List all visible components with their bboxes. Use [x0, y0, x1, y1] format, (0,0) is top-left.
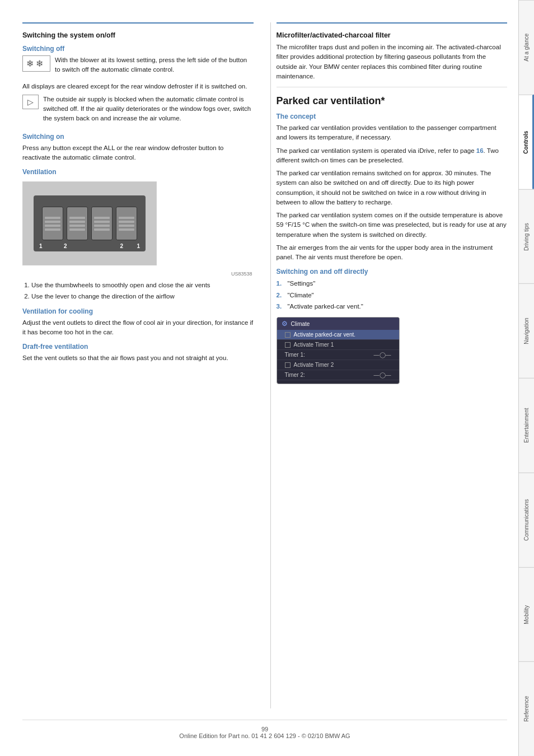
switching-directly-list: "Settings" "Climate" "Activate parked-ca… [277, 278, 508, 311]
section-divider [277, 87, 508, 87]
tab-reference[interactable]: Reference [519, 661, 534, 756]
page-ref-link[interactable]: 16 [476, 147, 484, 154]
climate-title-text: Climate [291, 321, 310, 327]
step-2: "Climate" [277, 290, 508, 300]
climate-titlebar: ⚙ Climate [277, 318, 399, 330]
checkbox-4[interactable] [285, 362, 291, 368]
fan-button-icon: ❄ ❄ [22, 55, 50, 72]
vent-label-2-left: 2 [64, 243, 67, 249]
ventilation-cooling-heading: Ventilation for cooling [22, 307, 254, 315]
checkbox-1[interactable] [285, 332, 291, 338]
microfilter-text: The microfilter traps dust and pollen in… [277, 43, 508, 81]
ventilation-heading: Ventilation [22, 168, 254, 176]
concept-text4: The parked car ventilation system comes … [277, 211, 508, 240]
switching-directly-heading: Switching on and off directly [277, 268, 508, 276]
concept-text1: The parked car ventilation provides vent… [277, 123, 508, 143]
tab-controls[interactable]: Controls [519, 95, 534, 189]
climate-menu-item-1[interactable]: Activate parked-car vent. [277, 330, 399, 340]
climate-menu-item-4[interactable]: Activate Timer 2 [277, 360, 399, 370]
draft-free-heading: Draft-free ventilation [22, 343, 254, 351]
switching-off-icon-row: ❄ ❄ With the blower at its lowest settin… [22, 55, 254, 78]
ventilation-numbered-list: Use the thumbwheels to smoothly open and… [31, 280, 254, 302]
climate-screenshot: ⚙ Climate Activate parked-car vent. Acti… [277, 317, 400, 384]
footer-text: Online Edition for Part no. 01 41 2 604 … [179, 732, 350, 739]
tab-communications[interactable]: Communications [519, 473, 534, 567]
tab-at-a-glance[interactable]: At a glance [519, 0, 534, 95]
tab-mobility[interactable]: Mobility [519, 567, 534, 662]
switching-off-heading: Switching off [22, 45, 254, 53]
draft-free-text: Set the vent outlets so that the air flo… [22, 353, 254, 363]
concept-text2: The parked car ventilation system is ope… [277, 146, 508, 166]
concept-heading: The concept [277, 113, 508, 120]
vent-panel: 1 2 2 1 [34, 195, 146, 251]
checkbox-2[interactable] [285, 342, 291, 348]
tab-driving-tips[interactable]: Driving tips [519, 189, 534, 284]
fan-left-icon: ❄ [26, 58, 34, 69]
switching-off-text1: With the blower at its lowest setting, p… [55, 55, 254, 75]
climate-item-label-1: Activate parked-car vent. [294, 332, 356, 338]
climate-title-icon: ⚙ [282, 320, 288, 328]
climate-menu-item-2[interactable]: Activate Timer 1 [277, 340, 399, 350]
switching-on-text: Press any button except the ALL or the r… [22, 143, 254, 163]
climate-item-label-5: Timer 2: [285, 372, 305, 378]
triangle-icon: ▷ [22, 95, 39, 109]
climate-menu-item-5: Timer 2: —◯— [277, 370, 399, 380]
page-footer: 99 Online Edition for Part no. 01 41 2 6… [22, 720, 507, 745]
climate-menu-item-3: Timer 1: —◯— [277, 350, 399, 360]
step-1: "Settings" [277, 278, 508, 288]
tab-navigation[interactable]: Navigation [519, 283, 534, 378]
vent-unit-1-left [42, 207, 63, 240]
vent-unit-2-right [91, 207, 113, 240]
step-3: "Activate parked-car vent." [277, 301, 508, 311]
climate-item-label-2: Activate Timer 1 [294, 342, 334, 348]
climate-item-label-3: Timer 1: [285, 352, 305, 358]
vent-list-item-2: Use the lever to change the direction of… [31, 291, 254, 301]
left-main-heading: Switching the system on/off [22, 31, 254, 39]
vent-label-2-right: 2 [120, 243, 123, 249]
climate-item-label-4: Activate Timer 2 [294, 362, 334, 368]
slider-icon-2: —◯— [374, 372, 391, 378]
switching-on-heading: Switching on [22, 133, 254, 141]
triangle-icon-row: ▷ The outside air supply is blocked when… [22, 95, 254, 127]
tab-bar: At a glance Controls Driving tips Naviga… [518, 0, 534, 756]
concept-text5: The air emerges from the air vents for t… [277, 243, 508, 263]
ventilation-cooling-text: Adjust the vent outlets to direct the fl… [22, 318, 254, 338]
vent-label-1-left: 1 [39, 243, 43, 249]
slider-icon-1: —◯— [374, 352, 391, 358]
vent-label-1-right: 1 [137, 243, 140, 249]
switching-off-text2: All displays are cleared except for the … [22, 82, 254, 91]
vent-unit-2-left [67, 207, 88, 240]
tab-entertainment[interactable]: Entertainment [519, 378, 534, 473]
parked-car-main-heading: Parked car ventilation* [277, 95, 508, 107]
vent-unit-1-right [116, 207, 137, 240]
page-number: 99 [261, 726, 268, 732]
microfilter-heading: Microfilter/activated-charcoal filter [277, 31, 508, 39]
vent-image-caption: US83538 [22, 271, 254, 277]
fan-right-icon: ❄ [36, 58, 43, 69]
concept-text3: The parked car ventilation remains switc… [277, 169, 508, 207]
ventilation-image: 1 2 2 1 [22, 181, 157, 265]
vent-list-item-1: Use the thumbwheels to smoothly open and… [31, 280, 254, 290]
switching-off-text3: The outside air supply is blocked when t… [43, 95, 254, 124]
